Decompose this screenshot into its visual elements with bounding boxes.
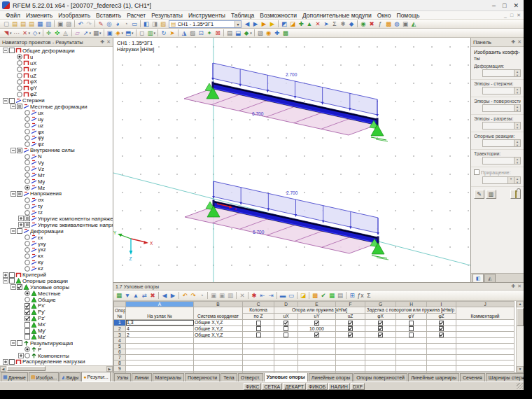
radio-icon[interactable] <box>24 204 30 209</box>
table-cell[interactable] <box>243 355 274 360</box>
radio-icon[interactable] <box>17 79 22 85</box>
table-cell[interactable] <box>336 338 365 344</box>
scroll-right-icon[interactable]: ▶ <box>106 366 113 372</box>
tree-item[interactable]: My' <box>0 328 113 334</box>
status-toggle-сетка[interactable]: СЕТКА <box>262 383 282 390</box>
toolbar2-icon-30[interactable]: ⬓ <box>234 29 242 37</box>
table-checkbox[interactable] <box>378 332 383 337</box>
factor-input[interactable] <box>482 104 514 112</box>
menu-item-4[interactable]: Расчет <box>124 12 148 19</box>
tree-item[interactable]: Опорные реакции <box>0 278 113 284</box>
expand-icon[interactable] <box>3 272 8 278</box>
menu-item-3[interactable]: Вставить <box>93 12 124 19</box>
radio-icon[interactable] <box>24 135 30 141</box>
toolbar2-icon-29[interactable]: ▤ <box>225 29 234 37</box>
pin-icon[interactable]: ✚ <box>511 39 515 45</box>
tree-item[interactable]: γxz <box>0 247 113 253</box>
radio-icon[interactable] <box>17 66 22 72</box>
table-toolbar-icon-31[interactable]: ▤ <box>336 292 344 300</box>
radio-icon[interactable] <box>24 234 30 240</box>
tree-item[interactable]: φy <box>0 134 113 141</box>
table-toolbar-icon-13[interactable]: ▣ <box>209 292 218 300</box>
column-letter-A[interactable]: A <box>126 302 194 307</box>
toolbar1r-icon-11[interactable]: Σ <box>330 20 339 28</box>
table-checkbox[interactable] <box>348 321 353 326</box>
table-cell[interactable] <box>194 344 243 349</box>
close-icon[interactable]: ✕ <box>517 39 522 45</box>
toolbar2-icon-35[interactable]: ✚ <box>273 29 281 37</box>
scroll-left-icon[interactable]: ◀ <box>0 366 6 372</box>
table-cell[interactable] <box>365 326 396 332</box>
panel-tab-1[interactable]: ◭ <box>484 274 496 282</box>
checkbox-icon[interactable] <box>9 278 15 284</box>
toolbar2-icon-6[interactable]: ✜ <box>53 29 62 37</box>
toolbar1-icon-21[interactable]: ▧ <box>159 20 167 28</box>
navigator-tab-0[interactable]: ▦Данные <box>1 372 28 382</box>
table-cell[interactable] <box>274 355 298 360</box>
table-cell[interactable] <box>456 326 514 332</box>
table-cell[interactable] <box>427 344 456 349</box>
factor-input[interactable] <box>482 69 514 77</box>
table-toolbar-icon-2[interactable]: ▲ <box>132 292 140 300</box>
toolbar1r-icon-10[interactable]: ➤ <box>322 20 330 28</box>
factor-input[interactable] <box>482 139 514 147</box>
toolbar1r-icon-3[interactable]: ▶ <box>268 20 276 28</box>
menu-item-1[interactable]: Изменить <box>23 12 55 19</box>
toolbar1-icon-3[interactable]: ▤ <box>27 20 36 28</box>
table-cell[interactable] <box>365 355 396 360</box>
menu-item-11[interactable]: Помощь <box>394 12 423 19</box>
table-cell[interactable] <box>194 338 243 344</box>
tree-item[interactable]: P <box>0 346 113 353</box>
tree-item[interactable]: Vy <box>0 160 113 166</box>
table-row[interactable]: 11,3Общие X,Y,Z <box>114 320 514 326</box>
toolbar1r-icon-13[interactable]: ◆ <box>347 20 356 28</box>
table-cell[interactable] <box>243 349 274 355</box>
beam-assembly-upper[interactable]: 6.7002.700 <box>184 63 388 141</box>
table-tab[interactable]: Линии <box>132 373 151 382</box>
toolbar1r-icon-6[interactable]: ◪ <box>288 20 297 28</box>
column-letter-D[interactable]: D <box>274 302 298 307</box>
radio-icon[interactable] <box>24 197 30 203</box>
lock-icon[interactable] <box>510 190 521 199</box>
table-tab[interactable]: Отверст. <box>238 373 263 382</box>
collapse-icon[interactable] <box>10 340 16 346</box>
chevron-down-icon[interactable]: ▼ <box>234 21 241 27</box>
toolbar2-icon-13[interactable]: ▣ <box>106 29 114 37</box>
toolbar1r-icon-12[interactable]: ✱ <box>339 20 347 28</box>
tree-item[interactable]: Деформации <box>0 228 113 234</box>
factor-stepper[interactable]: ▲▼ <box>514 104 521 112</box>
pin-icon[interactable]: ✚ <box>511 284 515 289</box>
table-cell[interactable] <box>427 360 456 366</box>
table-cell[interactable] <box>194 355 243 360</box>
toolbar1r-icon-15[interactable]: ◉ <box>359 20 368 28</box>
table-cell[interactable]: Общие X,Y,Z <box>194 332 243 338</box>
toolbar2-dropdown-2[interactable]: ▾ <box>29 31 31 35</box>
table-cell[interactable] <box>194 366 243 372</box>
tree-item[interactable]: Стержни <box>0 97 113 104</box>
radio-icon[interactable] <box>24 160 30 165</box>
column-letter-G[interactable]: G <box>365 302 396 307</box>
increment-dropdown[interactable]: ▼ <box>508 176 514 184</box>
table-checkbox[interactable] <box>378 326 383 331</box>
toolbar2-icon-1[interactable]: ⋯ <box>13 29 21 37</box>
scroll-down-icon[interactable]: ▼ <box>517 366 524 372</box>
table-toolbar-icon-9[interactable]: ↶ <box>181 292 189 300</box>
toolbar1-icon-19[interactable]: ◧ <box>142 20 150 28</box>
table-checkbox[interactable] <box>314 321 319 326</box>
table-toolbar-icon-0[interactable]: ▦ <box>115 292 123 300</box>
menu-item-6[interactable]: Инструменты <box>186 12 228 19</box>
mdi-restore-button[interactable]: □ <box>510 13 513 18</box>
row-number[interactable]: 9 <box>114 366 126 372</box>
toolbar1-icon-16[interactable]: ◔ <box>122 20 130 28</box>
table-toolbar-icon-33[interactable]: ⊞ <box>348 292 356 300</box>
table-cell[interactable] <box>427 366 456 372</box>
radio-icon[interactable] <box>24 260 30 265</box>
table-cell[interactable] <box>456 349 514 355</box>
status-toggle-декарт[interactable]: ДЕКАРТ <box>283 383 306 390</box>
table-toolbar-icon-26[interactable]: ◪ <box>299 292 307 300</box>
radio-icon[interactable] <box>17 92 22 97</box>
table-toolbar-icon-7[interactable]: ▶ <box>169 292 177 300</box>
increment-stepper[interactable]: ▲▼ <box>514 176 521 184</box>
table-row[interactable]: 9 <box>114 366 514 372</box>
menu-item-0[interactable]: Файл <box>3 12 23 19</box>
